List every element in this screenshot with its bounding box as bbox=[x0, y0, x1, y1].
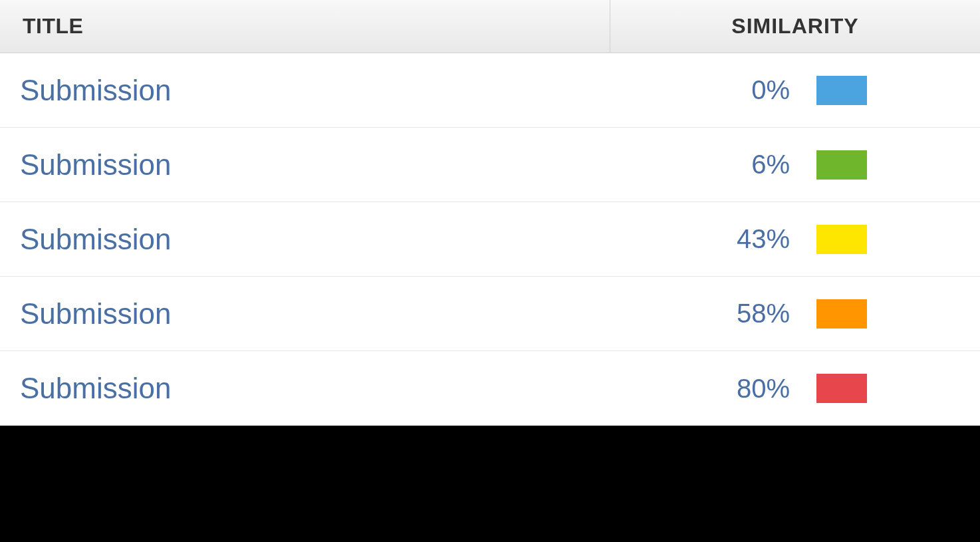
table-row[interactable]: Submission 58% bbox=[0, 277, 980, 351]
similarity-swatch-icon bbox=[816, 299, 867, 329]
table-row[interactable]: Submission 80% bbox=[0, 351, 980, 426]
submission-title[interactable]: Submission bbox=[0, 223, 610, 256]
black-bar bbox=[0, 426, 980, 542]
similarity-swatch-icon bbox=[816, 374, 867, 403]
header-title-column[interactable]: TITLE bbox=[0, 0, 610, 53]
similarity-cell[interactable]: 58% bbox=[610, 299, 980, 329]
similarity-percent: 58% bbox=[723, 299, 790, 329]
submissions-table: TITLE SIMILARITY Submission 0% Submissio… bbox=[0, 0, 980, 426]
submission-title[interactable]: Submission bbox=[0, 148, 610, 182]
similarity-percent: 6% bbox=[723, 150, 790, 180]
submission-title[interactable]: Submission bbox=[0, 372, 610, 405]
similarity-swatch-icon bbox=[816, 76, 867, 105]
table-row[interactable]: Submission 43% bbox=[0, 202, 980, 277]
submission-title[interactable]: Submission bbox=[0, 297, 610, 331]
similarity-percent: 80% bbox=[723, 374, 790, 404]
table-row[interactable]: Submission 0% bbox=[0, 53, 980, 128]
similarity-percent: 43% bbox=[723, 224, 790, 254]
table-row[interactable]: Submission 6% bbox=[0, 128, 980, 202]
similarity-swatch-icon bbox=[816, 225, 867, 254]
similarity-cell[interactable]: 6% bbox=[610, 150, 980, 180]
similarity-percent: 0% bbox=[723, 75, 790, 105]
similarity-cell[interactable]: 80% bbox=[610, 374, 980, 404]
table-header: TITLE SIMILARITY bbox=[0, 0, 980, 53]
similarity-cell[interactable]: 43% bbox=[610, 224, 980, 254]
similarity-swatch-icon bbox=[816, 150, 867, 180]
header-similarity-column[interactable]: SIMILARITY bbox=[610, 0, 980, 53]
similarity-cell[interactable]: 0% bbox=[610, 75, 980, 105]
submission-title[interactable]: Submission bbox=[0, 74, 610, 107]
